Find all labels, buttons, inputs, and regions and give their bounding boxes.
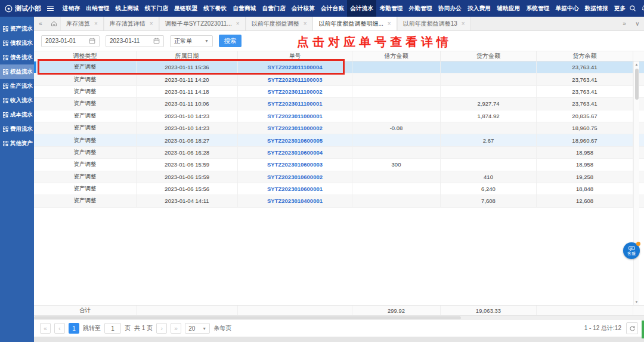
- column-header: 贷方余额: [537, 51, 633, 61]
- table-row[interactable]: 资产调整2023-01-10 14:23SYTZ2023011000002-0.…: [34, 122, 644, 134]
- topbar-item[interactable]: 更多: [611, 0, 629, 17]
- topbar-item[interactable]: 自营门店: [259, 0, 289, 17]
- sidebar-item[interactable]: 资产流水: [0, 21, 34, 36]
- doc-number-link[interactable]: SYTZ2023010600001: [238, 183, 352, 195]
- scrollbar-thumb[interactable]: [34, 316, 461, 319]
- sidebar-item[interactable]: 生产流水: [0, 79, 34, 93]
- debit-cell: [352, 98, 441, 109]
- column-header: 单号: [238, 51, 352, 61]
- table-row[interactable]: 资产调整2023-01-11 14:20SYTZ202301110000323,…: [34, 73, 644, 85]
- doc-status-select[interactable]: 正常单 ▼: [170, 35, 213, 47]
- tab-close-icon[interactable]: ×: [304, 20, 307, 27]
- topbar-item[interactable]: 进销存: [60, 0, 83, 17]
- table-row[interactable]: 资产调整2023-01-06 18:27SYTZ20230106000052.6…: [34, 134, 644, 146]
- tab-close-icon[interactable]: ×: [94, 20, 98, 27]
- doc-number-link[interactable]: SYTZ2023010600005: [238, 134, 352, 146]
- table-row[interactable]: 资产调整2023-01-06 16:28SYTZ202301060000418,…: [34, 147, 644, 159]
- table-row[interactable]: 资产调整2023-01-11 14:18SYTZ202301110000223,…: [34, 86, 644, 98]
- topbar-item[interactable]: 辅助应用: [494, 0, 523, 17]
- page-scroll-indicator[interactable]: [642, 321, 644, 338]
- doc-number-link[interactable]: SYTZ2023011000001: [238, 110, 352, 122]
- page-jump-input[interactable]: [104, 323, 121, 334]
- table-row[interactable]: 资产调整2023-01-04 14:11SYTZ20230104000017,6…: [34, 195, 644, 207]
- table-row[interactable]: 资产调整2023-01-11 10:06SYTZ20230111000012,9…: [34, 98, 644, 110]
- topbar-item[interactable]: 出纳管理: [83, 0, 112, 17]
- date-from-input[interactable]: 2023-01-01: [41, 35, 100, 47]
- topbar-item[interactable]: 线下门店: [142, 0, 171, 17]
- sidebar-item[interactable]: 成本流水: [0, 107, 34, 122]
- tab-label: 以前年度损益调整明细...: [318, 20, 383, 28]
- next-page-button[interactable]: ›: [156, 323, 167, 334]
- doc-number-link[interactable]: SYTZ2023011000002: [238, 122, 352, 134]
- home-tab-icon[interactable]: [47, 17, 60, 30]
- refresh-button[interactable]: [626, 322, 638, 334]
- tab-close-icon[interactable]: ×: [388, 20, 391, 27]
- doc-number-link[interactable]: SYTZ2023011100002: [238, 86, 352, 97]
- doc-number-link[interactable]: SYTZ2023010600004: [238, 147, 352, 158]
- topbar-item[interactable]: 系统管理: [523, 0, 552, 17]
- module-icon: [3, 26, 8, 32]
- topbar-item[interactable]: 数据情报: [582, 0, 611, 17]
- scroll-up-icon[interactable]: ▲: [634, 61, 639, 67]
- topbar-item[interactable]: 自营商城: [230, 0, 259, 17]
- table-row[interactable]: 资产调整2023-01-06 15:59SYTZ2023010600003300…: [34, 159, 644, 171]
- doc-number-link[interactable]: SYTZ2023011100003: [238, 73, 352, 85]
- topbar-item[interactable]: 星链联盟: [171, 0, 200, 17]
- tab[interactable]: 以前年度损益调整×: [246, 17, 313, 30]
- sidebar-item[interactable]: 其他资产: [0, 136, 34, 150]
- doc-number-link[interactable]: SYTZ2023010600003: [238, 159, 352, 170]
- topbar-item[interactable]: 考勤管理: [376, 0, 405, 17]
- tab[interactable]: 调整子单SYTZ2023011...×: [159, 17, 246, 30]
- topbar-item[interactable]: 会计台账: [318, 0, 347, 17]
- tab-close-icon[interactable]: ×: [236, 20, 240, 27]
- topbar-item[interactable]: 投入费用: [465, 0, 494, 17]
- page-size-select[interactable]: 20 ▼: [185, 323, 210, 334]
- tab-bar: « 库存清算×库存清算详情×调整子单SYTZ2023011...×以前年度损益调…: [34, 17, 644, 31]
- tabs-scroll-right-icon[interactable]: »: [618, 20, 631, 27]
- topbar-item[interactable]: 单据中心: [553, 0, 582, 17]
- hamburger-menu-icon[interactable]: [47, 6, 54, 11]
- customer-service-button[interactable]: 客服: [623, 242, 640, 259]
- sidebar-item[interactable]: 权益流水: [0, 64, 34, 79]
- sidebar-item[interactable]: 债权流水: [0, 36, 34, 50]
- doc-number-link[interactable]: SYTZ2023010400001: [238, 195, 352, 207]
- sidebar-item[interactable]: 收入流水: [0, 93, 34, 107]
- bell-icon[interactable]: [641, 5, 644, 12]
- doc-number-link[interactable]: SYTZ2023011100001: [238, 98, 352, 109]
- tabs-dropdown-icon[interactable]: ∨: [631, 20, 644, 27]
- table-row[interactable]: 资产调整2023-01-11 15:36SYTZ202301110000423,…: [34, 61, 644, 73]
- sidebar-item-label: 债权流水: [10, 39, 33, 47]
- horizontal-scrollbar[interactable]: [34, 316, 644, 320]
- date-to-input[interactable]: 2023-01-11: [106, 35, 164, 47]
- vertical-scrollbar[interactable]: ▲ ▼: [633, 61, 639, 305]
- tabs-scroll-left-icon[interactable]: «: [34, 17, 47, 30]
- tab-close-icon[interactable]: ×: [150, 20, 153, 27]
- search-icon[interactable]: [629, 5, 636, 12]
- topbar-item[interactable]: 线下餐饮: [200, 0, 230, 17]
- tab-close-icon[interactable]: ×: [462, 20, 465, 27]
- prev-page-button[interactable]: ‹: [54, 323, 65, 334]
- scroll-down-icon[interactable]: ▼: [634, 299, 639, 305]
- table-row[interactable]: 资产调整2023-01-06 15:59SYTZ2023010600002410…: [34, 171, 644, 183]
- tab[interactable]: 库存清算×: [60, 17, 104, 30]
- first-page-button[interactable]: «: [40, 323, 51, 334]
- topbar-item[interactable]: 会计核算: [289, 0, 318, 17]
- search-button[interactable]: 搜索: [219, 35, 242, 47]
- scrollbar-thumb[interactable]: [635, 69, 639, 100]
- doc-number-link[interactable]: SYTZ2023011100004: [238, 61, 352, 73]
- tab[interactable]: 库存清算详情×: [104, 17, 159, 30]
- module-icon: [3, 41, 8, 46]
- sidebar-item[interactable]: 费用流水: [0, 122, 34, 136]
- topbar-item[interactable]: 外勤管理: [406, 0, 435, 17]
- doc-number-link[interactable]: SYTZ2023010600002: [238, 171, 352, 183]
- last-page-button[interactable]: »: [171, 323, 181, 334]
- table-row[interactable]: 资产调整2023-01-06 15:56SYTZ20230106000016,2…: [34, 183, 644, 195]
- tab[interactable]: 以前年度损益调整13×: [397, 17, 471, 30]
- topbar-item[interactable]: 线上商城: [113, 0, 142, 17]
- tab[interactable]: 以前年度损益调整明细...×: [312, 17, 397, 30]
- sidebar-item[interactable]: 债务流水: [0, 50, 34, 64]
- topbar-item[interactable]: 会计流水: [347, 0, 376, 17]
- topbar-item[interactable]: 协同办公: [435, 0, 465, 17]
- current-page-button[interactable]: 1: [69, 323, 79, 334]
- table-row[interactable]: 资产调整2023-01-10 14:23SYTZ20230110000011,8…: [34, 110, 644, 122]
